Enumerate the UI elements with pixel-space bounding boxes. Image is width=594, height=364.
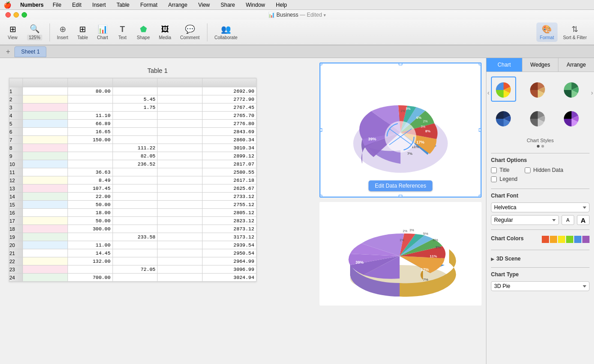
menu-table[interactable]: Table [115, 1, 131, 9]
color-box-6[interactable] [582, 236, 590, 243]
cell-14-1[interactable]: 50.00 [68, 201, 112, 209]
table-row[interactable]: 19233.583173.12 [9, 233, 256, 241]
cell-5-3[interactable] [158, 128, 202, 136]
cell-11-4[interactable]: 2617.18 [202, 176, 256, 184]
menu-share[interactable]: Share [219, 1, 237, 9]
cell-18-0[interactable] [22, 233, 68, 241]
table-row[interactable]: 1136.632580.55 [9, 168, 256, 176]
cell-16-1[interactable]: 50.00 [68, 217, 112, 225]
table-row[interactable]: 1750.002823.12 [9, 217, 256, 225]
cell-21-3[interactable] [158, 257, 202, 265]
cell-20-1[interactable]: 14.45 [68, 249, 112, 257]
cell-4-0[interactable] [22, 120, 68, 128]
tab-chart[interactable]: Chart [486, 58, 522, 72]
table-row[interactable]: 31.752767.45 [9, 103, 256, 112]
styles-prev-button[interactable]: ‹ [487, 89, 490, 96]
sel-handle-tm[interactable] [399, 63, 402, 65]
menu-edit[interactable]: Edit [70, 1, 83, 9]
table-row[interactable]: 25.452772.90 [9, 95, 256, 103]
menu-window[interactable]: Window [244, 1, 267, 9]
cell-3-2[interactable] [112, 112, 158, 120]
cell-12-4[interactable]: 2625.67 [202, 184, 256, 193]
cell-0-1[interactable]: 80.00 [68, 87, 112, 95]
sel-handle-mr[interactable] [479, 128, 482, 132]
hidden-data-checkbox[interactable] [525, 167, 531, 173]
cell-1-4[interactable]: 2772.90 [202, 95, 256, 103]
edit-data-references-button[interactable]: Edit Data References [369, 180, 432, 191]
cell-16-4[interactable]: 2823.12 [202, 217, 256, 225]
cell-4-1[interactable]: 66.89 [68, 120, 112, 128]
font-size-increase-button[interactable]: A [577, 215, 590, 225]
zoom-control[interactable]: 🔍 125% [23, 22, 46, 42]
cell-2-0[interactable] [22, 103, 68, 112]
color-box-1[interactable] [542, 236, 549, 243]
menu-help[interactable]: Help [274, 1, 289, 9]
cell-21-1[interactable]: 132.00 [68, 257, 112, 265]
cell-0-4[interactable]: 2692.90 [202, 87, 256, 95]
cell-10-2[interactable] [112, 168, 158, 176]
cell-1-0[interactable] [22, 95, 68, 103]
3d-scene-row[interactable]: ▶ 3D Scene [491, 254, 590, 264]
cell-11-0[interactable] [22, 176, 68, 184]
cell-19-2[interactable] [112, 241, 158, 249]
header-col-d[interactable] [158, 78, 202, 87]
cell-5-0[interactable] [22, 128, 68, 136]
legend-checkbox[interactable] [491, 176, 497, 182]
cell-21-2[interactable] [112, 257, 158, 265]
cell-1-3[interactable] [158, 95, 202, 103]
cell-0-0[interactable] [22, 87, 68, 95]
table-row[interactable]: 616.652843.69 [9, 128, 256, 136]
cell-2-4[interactable]: 2767.45 [202, 103, 256, 112]
cell-17-1[interactable]: 300.00 [68, 225, 112, 233]
cell-12-0[interactable] [22, 184, 68, 193]
style-thumb-4[interactable] [491, 105, 516, 130]
cell-11-3[interactable] [158, 176, 202, 184]
insert-button[interactable]: ⊕ Insert [54, 22, 72, 42]
cell-21-0[interactable] [22, 257, 68, 265]
cell-16-2[interactable] [112, 217, 158, 225]
cell-22-2[interactable]: 72.05 [112, 265, 158, 274]
style-thumb-1[interactable] [491, 76, 516, 102]
table-row[interactable]: 2114.452950.54 [9, 249, 256, 257]
sort-filter-button[interactable]: ⇅ Sort & Filter [559, 22, 590, 42]
cell-13-0[interactable] [22, 193, 68, 201]
table-row[interactable]: 8111.223010.34 [9, 144, 256, 152]
cell-9-2[interactable]: 236.52 [112, 160, 158, 168]
menu-arrange[interactable]: Arrange [166, 1, 189, 9]
tab-arrange[interactable]: Arrange [558, 58, 594, 72]
cell-6-4[interactable]: 2860.34 [202, 136, 256, 144]
cell-16-0[interactable] [22, 217, 68, 225]
menu-file[interactable]: File [51, 1, 63, 9]
table-row[interactable]: 7150.002860.34 [9, 136, 256, 144]
cell-10-3[interactable] [158, 168, 202, 176]
menu-format[interactable]: Format [139, 1, 159, 9]
color-box-2[interactable] [550, 236, 557, 243]
cell-14-4[interactable]: 2755.12 [202, 201, 256, 209]
cell-18-1[interactable] [68, 233, 112, 241]
cell-1-1[interactable] [68, 95, 112, 103]
chart-top-container[interactable]: 39% 17% 8% 6% 5% 11% 7% 2% 3% 1% Edit Da… [320, 63, 482, 198]
table-row[interactable]: 24700.003024.94 [9, 274, 256, 282]
cell-3-1[interactable]: 11.10 [68, 112, 112, 120]
cell-23-1[interactable]: 700.00 [68, 274, 112, 282]
cell-13-4[interactable]: 2733.12 [202, 193, 256, 201]
cell-20-3[interactable] [158, 249, 202, 257]
cell-20-4[interactable]: 2950.54 [202, 249, 256, 257]
view-button[interactable]: ⊞ View [4, 22, 22, 42]
tab-wedges[interactable]: Wedges [522, 58, 558, 72]
title-checkbox[interactable] [491, 167, 497, 173]
sel-handle-tr[interactable] [479, 63, 482, 65]
cell-13-3[interactable] [158, 193, 202, 201]
cell-0-3[interactable] [158, 87, 202, 95]
cell-1-2[interactable]: 5.45 [112, 95, 158, 103]
cell-7-3[interactable] [158, 144, 202, 152]
cell-9-0[interactable] [22, 160, 68, 168]
cell-4-4[interactable]: 2776.80 [202, 120, 256, 128]
cell-18-4[interactable]: 3173.12 [202, 233, 256, 241]
cell-10-4[interactable]: 2580.55 [202, 168, 256, 176]
cell-12-3[interactable] [158, 184, 202, 193]
table-row[interactable]: 22132.002964.99 [9, 257, 256, 265]
cell-8-4[interactable]: 2899.12 [202, 152, 256, 160]
cell-22-4[interactable]: 3096.99 [202, 265, 256, 274]
table-row[interactable]: 982.052899.12 [9, 152, 256, 160]
